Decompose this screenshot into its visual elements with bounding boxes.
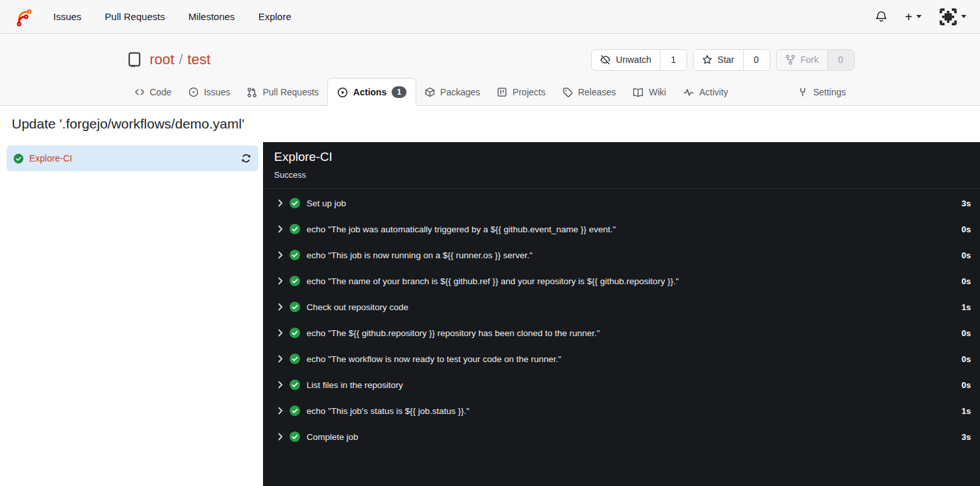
forks-count[interactable]: 0 bbox=[828, 50, 854, 70]
tab-pull-requests[interactable]: Pull Requests bbox=[238, 79, 327, 105]
step-name: echo "The job was automatically triggere… bbox=[307, 225, 616, 234]
chevron-right-icon bbox=[278, 251, 283, 259]
tab-label: Pull Requests bbox=[262, 87, 318, 97]
step-row[interactable]: echo "This job is now running on a ${{ r… bbox=[263, 242, 980, 268]
job-status-text: Success bbox=[274, 170, 969, 180]
chevron-right-icon bbox=[278, 225, 283, 233]
watchers-count[interactable]: 1 bbox=[660, 50, 686, 70]
step-row[interactable]: echo "The workflow is now ready to test … bbox=[263, 346, 980, 372]
project-board-icon bbox=[497, 87, 507, 97]
tab-packages[interactable]: Packages bbox=[416, 79, 488, 105]
repo-title-row: root / test Unwatch 1 bbox=[126, 45, 855, 75]
tab-activity[interactable]: Activity bbox=[675, 79, 736, 105]
step-row[interactable]: Complete job 3s bbox=[263, 424, 980, 450]
tag-icon bbox=[562, 87, 573, 97]
navbar-item-milestones[interactable]: Milestones bbox=[188, 11, 235, 22]
chevron-down-icon bbox=[916, 15, 922, 18]
repo-icon bbox=[126, 51, 143, 68]
forgejo-logo-icon[interactable] bbox=[14, 7, 33, 27]
step-row[interactable]: echo "The job was automatically triggere… bbox=[263, 216, 980, 242]
star-icon bbox=[702, 55, 712, 65]
fork-button-group: Fork 0 bbox=[776, 49, 855, 71]
chevron-right-icon bbox=[278, 433, 283, 441]
tab-wiki[interactable]: Wiki bbox=[624, 79, 674, 105]
pulse-icon bbox=[683, 88, 694, 97]
step-success-icon bbox=[290, 198, 300, 208]
actions-run-page: Update '.forgejo/workflows/demo.yaml' Ex… bbox=[0, 106, 980, 486]
job-log-title: Explore-CI bbox=[274, 150, 969, 164]
repo-name-link[interactable]: test bbox=[188, 51, 210, 68]
step-duration: 0s bbox=[949, 328, 971, 338]
job-log-header: Explore-CI Success bbox=[263, 142, 980, 189]
tab-label: Releases bbox=[578, 87, 616, 97]
job-name: Explore-CI bbox=[29, 153, 235, 164]
repo-breadcrumb: root / test bbox=[150, 51, 211, 68]
rerun-refresh-icon[interactable] bbox=[241, 153, 251, 164]
step-name: Complete job bbox=[307, 432, 358, 442]
step-name: Set up job bbox=[307, 199, 346, 208]
repo-separator: / bbox=[179, 51, 182, 68]
job-item-explore-ci[interactable]: Explore-CI bbox=[6, 145, 258, 171]
chevron-right-icon bbox=[278, 199, 283, 207]
tab-settings[interactable]: Settings bbox=[789, 79, 855, 105]
step-row[interactable]: echo "This job's status is ${{ job.statu… bbox=[263, 398, 980, 424]
steps-list: Set up job 3s echo "The job was automati… bbox=[263, 189, 980, 450]
fork-button: Fork bbox=[777, 50, 828, 70]
star-button[interactable]: Star bbox=[694, 50, 744, 70]
book-icon bbox=[633, 88, 644, 97]
step-success-icon bbox=[290, 276, 300, 286]
stars-count[interactable]: 0 bbox=[744, 50, 770, 70]
top-navbar: Issues Pull Requests Milestones Explore … bbox=[0, 0, 980, 34]
fork-label: Fork bbox=[801, 55, 819, 65]
notifications-bell-icon[interactable] bbox=[875, 10, 887, 23]
tab-releases[interactable]: Releases bbox=[554, 79, 624, 105]
run-title: Update '.forgejo/workflows/demo.yaml' bbox=[0, 106, 980, 142]
step-row[interactable]: Check out repository code 1s bbox=[263, 294, 980, 320]
navbar-item-explore[interactable]: Explore bbox=[258, 11, 292, 22]
repo-tab-bar: Code Issues Pull Requests bbox=[126, 78, 855, 105]
tab-label: Wiki bbox=[649, 87, 666, 97]
unwatch-label: Unwatch bbox=[616, 55, 651, 65]
avatar bbox=[939, 8, 957, 26]
star-label: Star bbox=[718, 55, 735, 65]
step-duration: 3s bbox=[949, 432, 971, 442]
tab-issues[interactable]: Issues bbox=[180, 79, 238, 105]
repo-owner-link[interactable]: root bbox=[150, 51, 175, 68]
package-icon bbox=[425, 87, 435, 97]
step-row[interactable]: echo "The name of your branch is ${{ git… bbox=[263, 268, 980, 294]
issue-opened-icon bbox=[188, 87, 199, 97]
navbar-item-issues[interactable]: Issues bbox=[53, 11, 81, 22]
tab-label: Projects bbox=[512, 87, 546, 97]
step-name: echo "This job is now running on a ${{ r… bbox=[307, 250, 533, 260]
step-row[interactable]: List files in the repository 0s bbox=[263, 372, 980, 398]
tab-projects[interactable]: Projects bbox=[488, 79, 554, 105]
navbar-item-pull-requests[interactable]: Pull Requests bbox=[105, 11, 165, 22]
tab-actions[interactable]: Actions 1 bbox=[327, 78, 416, 106]
tab-label: Actions bbox=[353, 87, 386, 97]
create-new-dropdown[interactable]: + bbox=[905, 10, 922, 23]
chevron-down-icon bbox=[961, 15, 966, 18]
unwatch-button[interactable]: Unwatch bbox=[592, 50, 660, 70]
step-row[interactable]: echo "The ${{ github.repository }} repos… bbox=[263, 320, 980, 346]
user-menu-dropdown[interactable] bbox=[939, 8, 966, 26]
chevron-right-icon bbox=[278, 329, 283, 337]
step-success-icon bbox=[290, 354, 300, 364]
tools-icon bbox=[798, 87, 808, 97]
step-success-icon bbox=[290, 250, 300, 260]
tab-label: Issues bbox=[204, 87, 230, 97]
step-success-icon bbox=[290, 406, 300, 416]
plus-icon: + bbox=[905, 10, 912, 23]
step-duration: 0s bbox=[949, 354, 971, 364]
step-name: echo "This job's status is ${{ job.statu… bbox=[307, 406, 470, 416]
chevron-right-icon bbox=[278, 407, 283, 415]
play-circle-icon bbox=[337, 87, 348, 98]
step-name: Check out repository code bbox=[307, 302, 408, 312]
step-success-icon bbox=[290, 302, 300, 312]
tab-code[interactable]: Code bbox=[126, 79, 180, 105]
step-duration: 0s bbox=[949, 225, 971, 234]
navbar-links: Issues Pull Requests Milestones Explore bbox=[53, 11, 291, 22]
pull-request-icon bbox=[247, 87, 257, 97]
chevron-right-icon bbox=[278, 277, 283, 285]
chevron-right-icon bbox=[278, 355, 283, 363]
step-row[interactable]: Set up job 3s bbox=[263, 190, 980, 216]
